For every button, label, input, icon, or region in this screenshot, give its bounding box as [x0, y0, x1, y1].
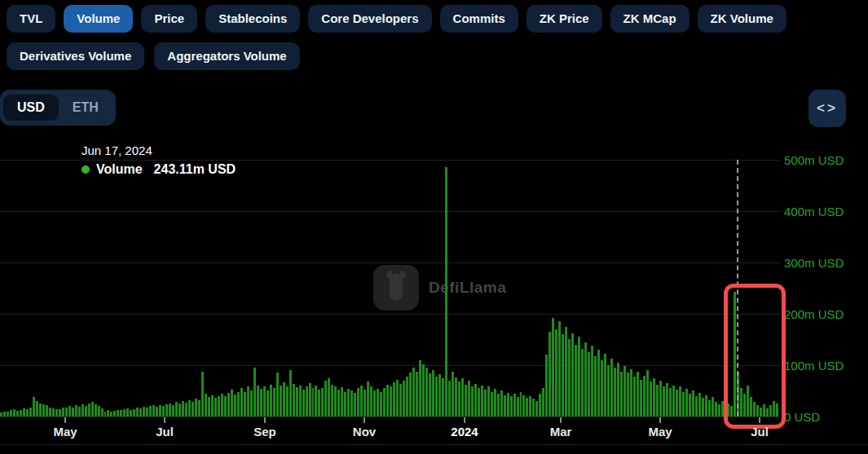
volume-bar[interactable] — [240, 388, 243, 417]
volume-bar[interactable] — [692, 390, 694, 417]
volume-bar[interactable] — [549, 332, 551, 417]
volume-bar[interactable] — [465, 385, 467, 417]
volume-bar[interactable] — [257, 386, 259, 417]
volume-bar[interactable] — [360, 386, 363, 417]
volume-bar[interactable] — [136, 408, 139, 417]
volume-bar[interactable] — [481, 386, 483, 417]
volume-bar[interactable] — [419, 360, 421, 417]
volume-bar[interactable] — [117, 410, 119, 417]
volume-bar[interactable] — [435, 377, 438, 417]
volume-bar[interactable] — [663, 386, 665, 417]
volume-bar[interactable] — [604, 354, 606, 417]
volume-bar[interactable] — [20, 410, 22, 417]
volume-bar[interactable] — [695, 396, 698, 417]
volume-bar[interactable] — [539, 394, 541, 417]
volume-bar[interactable] — [120, 410, 122, 417]
volume-bar[interactable] — [198, 400, 200, 417]
volume-bar[interactable] — [107, 410, 109, 417]
volume-bar[interactable] — [101, 408, 104, 417]
volume-bar[interactable] — [231, 390, 233, 417]
volume-bar[interactable] — [139, 408, 142, 417]
volume-bar[interactable] — [188, 400, 191, 417]
volume-bar[interactable] — [211, 395, 214, 417]
volume-bar[interactable] — [88, 403, 90, 417]
volume-bar[interactable] — [143, 407, 145, 417]
volume-bar[interactable] — [522, 395, 525, 417]
volume-bar[interactable] — [201, 372, 204, 417]
volume-bar[interactable] — [221, 394, 223, 417]
volume-bar[interactable] — [293, 384, 295, 417]
volume-bar[interactable] — [52, 408, 55, 417]
volume-bar[interactable] — [386, 385, 389, 417]
volume-bar[interactable] — [315, 386, 317, 417]
volume-bar[interactable] — [698, 393, 701, 417]
volume-bar[interactable] — [568, 339, 571, 417]
volume-bar[interactable] — [283, 382, 285, 417]
volume-bar[interactable] — [39, 403, 42, 417]
volume-bar[interactable] — [126, 408, 129, 417]
volume-bar[interactable] — [471, 386, 474, 417]
volume-bar[interactable] — [685, 389, 688, 417]
volume-bar[interactable] — [130, 410, 132, 417]
volume-bar[interactable] — [705, 395, 707, 417]
volume-bar[interactable] — [123, 409, 126, 417]
volume-bar[interactable] — [62, 408, 64, 417]
volume-bar[interactable] — [425, 368, 428, 417]
volume-bar[interactable] — [33, 397, 35, 417]
volume-bar[interactable] — [399, 384, 402, 417]
volume-bar[interactable] — [497, 394, 500, 417]
volume-bar[interactable] — [110, 412, 112, 417]
tab-derivatives-volume[interactable]: Derivatives Volume — [7, 42, 144, 70]
volume-bar[interactable] — [260, 389, 262, 417]
volume-bar[interactable] — [78, 407, 81, 417]
volume-bar[interactable] — [442, 378, 444, 417]
tab-aggregators-volume[interactable]: Aggregators Volume — [154, 42, 299, 70]
volume-bar[interactable] — [718, 404, 720, 417]
volume-bar[interactable] — [491, 392, 493, 417]
volume-bar[interactable] — [159, 405, 161, 417]
volume-bar[interactable] — [575, 345, 577, 417]
volume-bar[interactable] — [643, 376, 645, 417]
volume-bar[interactable] — [416, 372, 418, 417]
volume-bar[interactable] — [224, 396, 227, 417]
volume-bar[interactable] — [276, 372, 279, 417]
volume-bar[interactable] — [380, 392, 382, 417]
volume-bar[interactable] — [650, 381, 652, 417]
volume-bar[interactable] — [370, 386, 372, 417]
volume-bar[interactable] — [26, 409, 29, 417]
volume-bar[interactable] — [328, 378, 330, 417]
volume-bar[interactable] — [321, 388, 324, 417]
volume-bar[interactable] — [357, 388, 359, 417]
volume-bar[interactable] — [623, 366, 626, 417]
volume-bar[interactable] — [708, 400, 711, 417]
volume-bar[interactable] — [195, 399, 197, 417]
tab-tvl[interactable]: TVL — [7, 5, 55, 33]
volume-bar[interactable] — [16, 411, 19, 417]
volume-bar[interactable] — [306, 386, 308, 417]
volume-bar[interactable] — [565, 327, 567, 417]
volume-bar[interactable] — [36, 401, 38, 417]
volume-bar[interactable] — [178, 403, 181, 417]
volume-bar[interactable] — [513, 394, 516, 417]
currency-option-eth[interactable]: ETH — [59, 95, 112, 121]
volume-bar[interactable] — [208, 397, 210, 417]
volume-bar[interactable] — [403, 381, 405, 417]
volume-bar[interactable] — [532, 399, 535, 417]
volume-bar[interactable] — [535, 401, 538, 417]
volume-bar[interactable] — [85, 406, 87, 417]
currency-option-usd[interactable]: USD — [3, 95, 59, 121]
volume-bar[interactable] — [653, 378, 655, 417]
volume-bar[interactable] — [309, 383, 311, 417]
volume-bar[interactable] — [555, 329, 557, 417]
volume-bar[interactable] — [162, 406, 165, 417]
volume-bar[interactable] — [98, 406, 100, 417]
volume-bar[interactable] — [337, 390, 340, 417]
tab-commits[interactable]: Commits — [440, 5, 518, 33]
volume-bar[interactable] — [715, 402, 717, 417]
volume-bar[interactable] — [205, 394, 207, 417]
volume-bar[interactable] — [324, 381, 327, 417]
volume-bar[interactable] — [318, 390, 320, 417]
volume-bar[interactable] — [175, 402, 178, 417]
volume-bar[interactable] — [377, 389, 379, 417]
volume-bar[interactable] — [526, 398, 528, 417]
